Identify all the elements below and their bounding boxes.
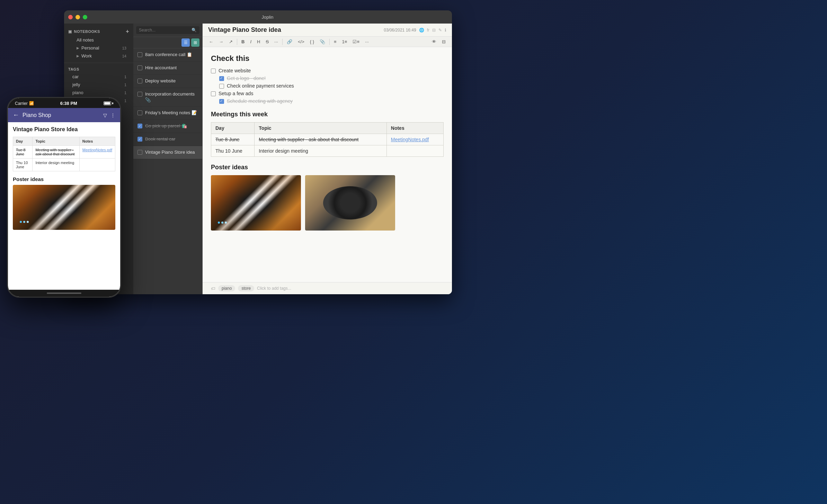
phone-content[interactable]: Vintage Piano Store Idea Day Topic Notes…	[8, 122, 120, 290]
more-format-button[interactable]: ···	[272, 38, 280, 45]
tag-add-button[interactable]: Click to add tags...	[257, 286, 291, 291]
image-dots	[218, 222, 227, 224]
highlight-button[interactable]: H	[255, 38, 262, 45]
checkbox-website[interactable]	[211, 69, 216, 73]
sidebar-item-personal[interactable]: ▶ Personal 13	[68, 44, 129, 52]
phone-image-dots	[20, 221, 29, 223]
tag-pill-piano[interactable]: piano	[218, 285, 235, 291]
preview-button[interactable]: 👁	[430, 38, 438, 45]
toolbar-separator-1	[237, 39, 237, 45]
sidebar-divider	[64, 63, 133, 63]
toolbar-separator-2	[282, 39, 283, 45]
checklist-button[interactable]: ☑≡	[350, 38, 362, 45]
info-icon[interactable]: ℹ	[445, 28, 446, 33]
checkbox-ads[interactable]	[211, 91, 216, 96]
link-button[interactable]: 🔗	[285, 38, 294, 45]
personal-count: 13	[122, 46, 126, 50]
title-bar: Joplin	[64, 10, 452, 24]
phone-meeting-notes-link[interactable]: MeetingNotes.pdf	[82, 148, 112, 152]
check-item-website: Create website	[211, 68, 444, 73]
phone-dot-2	[23, 221, 25, 223]
ci-text-schedule: Schedule meeting with agency	[227, 98, 293, 104]
sidebar-item-work[interactable]: ▶ Work 14	[68, 52, 129, 60]
strikethrough-button[interactable]: S	[264, 38, 271, 45]
maximize-button[interactable]	[83, 15, 87, 19]
note-item-vintage-piano[interactable]: Vintage Piano Store idea	[133, 146, 202, 159]
tag-jelly-label: jelly	[72, 82, 80, 87]
sidebar-item-tag-piano[interactable]: piano 1	[68, 89, 129, 97]
note-item-rental[interactable]: Book rental car	[133, 133, 202, 146]
more-toolbar-button[interactable]: ···	[363, 38, 371, 45]
phone-cell-notes-1: MeetingNotes.pdf	[79, 146, 115, 159]
table-row-2: Thu 10 June Interior design meeting	[211, 145, 444, 157]
phone-more-icon[interactable]: ⋮	[110, 112, 115, 118]
meeting-notes-link[interactable]: MeetingNotes.pdf	[391, 137, 429, 142]
phone-cell-day-2: Thu 10 June	[13, 159, 33, 171]
attachment-button[interactable]: 📎	[318, 38, 327, 45]
checkbox-logo[interactable]	[219, 76, 224, 81]
note-checkbox-deploy[interactable]	[137, 79, 142, 83]
phone-carrier: Carrier 📶	[15, 101, 34, 106]
phone-back-button[interactable]: ←	[13, 111, 19, 119]
note-item-hire[interactable]: Hire accountant	[133, 62, 202, 75]
minimize-button[interactable]	[75, 15, 80, 19]
ordered-list-button[interactable]: 1≡	[340, 38, 349, 45]
check-item-ads: Setup a few ads	[211, 91, 444, 96]
inline-code-button[interactable]: </>	[296, 38, 306, 45]
layout-icon[interactable]: ⊟	[432, 28, 436, 33]
ci-text-website: Create website	[219, 68, 251, 73]
editor-content[interactable]: Check this Create website Get a logo - d…	[203, 47, 452, 282]
joplin-window: Joplin ▣ NOTEBOOKS + All notes ▶ Persona…	[64, 10, 452, 294]
battery-bar	[104, 101, 111, 105]
split-view-button[interactable]: ⊟	[440, 38, 448, 45]
view-toggle-list-button[interactable]: ☰	[181, 38, 190, 47]
sidebar-item-tag-jelly[interactable]: jelly 1	[68, 81, 129, 89]
unordered-list-button[interactable]: ≡	[332, 38, 339, 45]
note-item-conference[interactable]: 8am conference call 📋	[133, 48, 202, 62]
battery-fill	[104, 102, 110, 105]
note-checkbox-hire[interactable]	[137, 65, 142, 70]
checkbox-schedule[interactable]	[219, 99, 224, 104]
edit-icon[interactable]: ✎	[438, 28, 442, 33]
sidebar-item-all-notes[interactable]: All notes	[68, 36, 129, 44]
code-block-button[interactable]: { }	[308, 38, 316, 45]
check-item-schedule: Schedule meeting with agency	[219, 98, 444, 104]
note-checkbox-pickup[interactable]	[137, 124, 142, 128]
note-checkbox-rental[interactable]	[137, 137, 142, 142]
window-title: Joplin	[87, 15, 448, 20]
note-item-friday[interactable]: Friday's Meeting notes 📝	[133, 107, 202, 120]
tag-piano-count: 1	[124, 91, 126, 95]
add-notebook-button[interactable]: +	[126, 28, 129, 35]
phone-screen: Carrier 📶 6:38 PM ← Piano Shop ▽ ⋮ Vinta…	[8, 98, 120, 297]
phone-bottom-bar	[8, 290, 120, 297]
phone-dot-1	[20, 221, 22, 223]
sidebar-item-tag-car[interactable]: car 1	[68, 73, 129, 81]
checkbox-payment[interactable]	[219, 84, 224, 89]
view-toggle-grid-button[interactable]: ⊞	[191, 38, 199, 47]
record-image-bg	[305, 175, 395, 231]
forward-button[interactable]: →	[217, 38, 225, 45]
note-checkbox-conference[interactable]	[137, 52, 142, 57]
note-checkbox-vintage-piano[interactable]	[137, 150, 142, 155]
external-link-button[interactable]: ↗	[227, 38, 235, 45]
search-area: 🔍	[133, 24, 202, 37]
close-button[interactable]	[68, 15, 73, 19]
italic-button[interactable]: I	[248, 38, 254, 45]
note-item-pickup[interactable]: Go pick up parcel 🛍️	[133, 120, 202, 133]
mobile-phone: Carrier 📶 6:38 PM ← Piano Shop ▽ ⋮ Vinta…	[7, 97, 121, 298]
note-item-deploy[interactable]: Deploy website	[133, 75, 202, 88]
editor-area: Vintage Piano Store idea 03/06/2021 16:4…	[203, 24, 452, 294]
search-box[interactable]: 🔍	[136, 26, 199, 34]
note-item-incorporation[interactable]: Incorporation documents 📎	[133, 88, 202, 107]
note-title-incorporation: Incorporation documents 📎	[145, 91, 198, 103]
tag-pill-store[interactable]: store	[238, 285, 254, 291]
note-checkbox-incorporation[interactable]	[137, 92, 142, 97]
note-title-hire: Hire accountant	[145, 65, 177, 71]
note-checkbox-friday[interactable]	[137, 110, 142, 115]
check-item-logo: Get a logo - done!	[219, 75, 444, 81]
bold-button[interactable]: B	[239, 38, 247, 45]
phone-filter-icon[interactable]: ▽	[103, 112, 107, 118]
back-button[interactable]: ←	[207, 38, 215, 45]
note-title-rental: Book rental car	[145, 136, 175, 142]
search-input[interactable]	[139, 28, 189, 33]
